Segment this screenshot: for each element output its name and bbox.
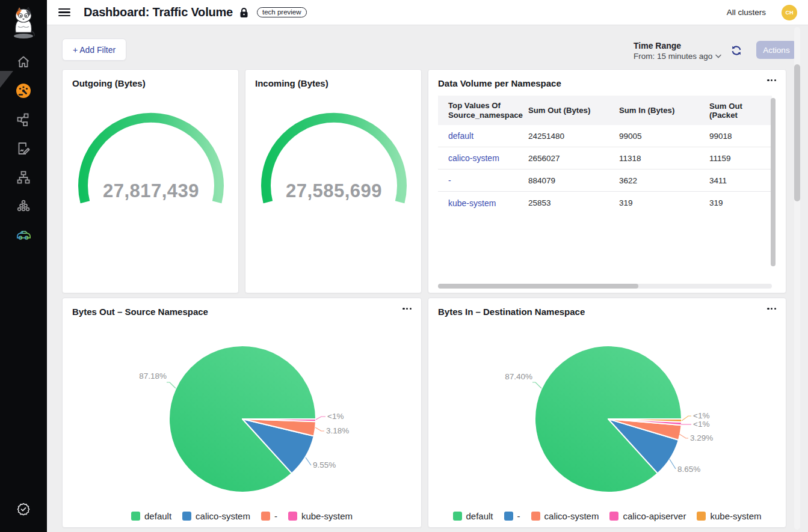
outgoing-gauge-value: 27,817,439 (103, 180, 199, 201)
namespace-table: Top Values Of Source_namespace Sum Out (… (438, 96, 772, 274)
pie-label: 3.18% (326, 426, 349, 435)
cell-sum-in: 3622 (619, 176, 709, 185)
pie-legend: default - calico-system calico-apiserver… (428, 511, 786, 521)
bytes-out-pie-chart: 87.18% <1% 3.18% 9.55% (63, 298, 422, 506)
legend-item[interactable]: calico-system (182, 511, 250, 521)
col-header-sum-out-bytes[interactable]: Sum Out (Bytes) (528, 106, 619, 115)
card-menu-ellipsis-icon[interactable] (766, 76, 777, 85)
sidebar (0, 0, 47, 532)
incoming-gauge-value: 27,585,699 (286, 180, 382, 201)
time-range-value: From: 15 minutes ago (634, 52, 712, 61)
active-notch (0, 71, 13, 88)
page-title: Dashboard: Traffic Volume (84, 5, 233, 19)
verified-badge-icon (16, 502, 31, 516)
card-title: Outgoing (Bytes) (72, 78, 146, 88)
pie-label: 87.18% (139, 371, 167, 381)
cell-sum-in: 319 (619, 198, 709, 207)
dashboard-content: + Add Filter Time Range From: 15 minutes… (47, 25, 808, 532)
card-bytes-out-pie: Bytes Out – Source Namespace 87.18% <1% … (62, 298, 422, 528)
cell-sum-out-pkts: 11159 (709, 154, 772, 163)
legend-item[interactable]: default (131, 511, 171, 521)
time-range-label: Time Range (634, 41, 721, 50)
cell-sum-out-pkts: 319 (709, 198, 772, 207)
card-bytes-in-pie: Bytes In – Destination Namespace 87.40% … (428, 298, 786, 528)
table-vertical-scrollbar[interactable] (771, 98, 776, 266)
service-graph-icon (16, 112, 31, 127)
pie-label: <1% (693, 420, 709, 429)
pie-label: 8.65% (677, 465, 700, 474)
cell-sum-out: 884079 (528, 176, 619, 185)
legend-item[interactable]: - (504, 511, 520, 521)
table-horizontal-scrollbar[interactable] (438, 284, 638, 289)
col-header-sum-in-bytes[interactable]: Sum In (Bytes) (619, 106, 709, 115)
incoming-gauge-chart: 27,585,699 (245, 70, 422, 294)
add-filter-button[interactable]: + Add Filter (62, 38, 126, 61)
namespace-link[interactable]: default (448, 131, 473, 141)
home-icon (16, 55, 31, 69)
sidebar-item-dashboards-active[interactable] (16, 83, 31, 99)
cell-sum-out: 24251480 (528, 132, 619, 141)
pie-label: 3.29% (690, 433, 713, 442)
workloads-cluster-icon (16, 199, 31, 213)
card-incoming-bytes: Incoming (Bytes) 27,585,699 (245, 69, 422, 293)
legend-item[interactable]: kube-system (288, 511, 353, 521)
pie-label: 87.40% (505, 372, 532, 381)
legend-item[interactable]: calico-apiserver (609, 511, 686, 521)
sidebar-item-networking[interactable] (16, 170, 31, 185)
page-scrollbar-track (794, 27, 800, 530)
table-row: calico-system 2656027 11318 11159 (438, 147, 772, 170)
hamburger-menu-icon[interactable] (58, 8, 70, 17)
legend-item[interactable]: calico-system (531, 511, 599, 521)
card-data-volume-table: Data Volume per Namespace Top Values Of … (428, 69, 786, 293)
card-title: Incoming (Bytes) (255, 78, 328, 88)
table-row: - 884079 3622 3411 (438, 170, 772, 192)
table-row: default 24251480 99005 99018 (438, 125, 772, 147)
car-icon (16, 227, 31, 242)
sidebar-item-whisker[interactable] (16, 227, 31, 242)
pie-legend: default calico-system - kube-system (63, 511, 421, 521)
chevron-down-icon (715, 54, 721, 58)
cell-sum-out: 25853 (528, 198, 619, 207)
cell-sum-in: 11318 (619, 154, 709, 163)
card-title: Data Volume per Namespace (438, 78, 561, 88)
legend-item[interactable]: default (453, 511, 493, 521)
pie-label: <1% (327, 412, 344, 421)
col-header-namespace[interactable]: Top Values Of Source_namespace (438, 101, 522, 120)
cell-sum-in: 99005 (619, 132, 709, 141)
cell-sum-out: 2656027 (528, 154, 619, 163)
sidebar-item-home[interactable] (16, 54, 31, 70)
outgoing-gauge-chart: 27,817,439 (63, 70, 239, 294)
dashboard-gauge-icon (16, 83, 31, 99)
tech-preview-badge: tech preview (257, 7, 307, 17)
network-tree-icon (16, 170, 31, 185)
cell-sum-out-pkts: 99018 (709, 132, 772, 141)
legend-item[interactable]: - (261, 511, 277, 521)
page-scrollbar[interactable] (794, 64, 800, 201)
pie-label: <1% (693, 411, 709, 420)
refresh-icon[interactable] (731, 45, 742, 56)
table-horizontal-scrollbar-track (438, 284, 772, 289)
table-row: kube-system 25853 319 319 (438, 192, 772, 214)
time-range-control[interactable]: Time Range From: 15 minutes ago (634, 41, 721, 61)
calico-cat-logo[interactable] (10, 6, 37, 41)
namespace-link[interactable]: calico-system (448, 153, 499, 163)
sidebar-item-service-graph[interactable] (16, 112, 31, 127)
namespace-link[interactable]: - (448, 176, 451, 185)
sidebar-item-status[interactable] (16, 501, 31, 517)
legend-item[interactable]: kube-system (697, 511, 761, 521)
sidebar-item-workloads[interactable] (16, 198, 31, 214)
card-outgoing-bytes: Outgoing (Bytes) 27,817,439 (62, 69, 239, 293)
actions-button[interactable]: Actions (756, 41, 797, 59)
namespace-link[interactable]: kube-system (448, 198, 496, 208)
cell-sum-out-pkts: 3411 (709, 176, 772, 185)
top-bar: Dashboard: Traffic Volume tech preview A… (47, 0, 808, 25)
lock-icon (239, 7, 248, 18)
cluster-selector[interactable]: All clusters (727, 8, 766, 17)
table-header-row: Top Values Of Source_namespace Sum Out (… (438, 96, 772, 125)
bytes-in-pie-chart: 87.40% <1% <1% 3.29% 8.65% (428, 298, 787, 506)
col-header-sum-out-packets[interactable]: Sum Out (Packet (709, 102, 772, 120)
policies-icon (16, 141, 31, 156)
avatar[interactable]: CH (782, 5, 797, 20)
sidebar-item-policies[interactable] (16, 141, 31, 156)
pie-label: 9.55% (313, 460, 336, 469)
